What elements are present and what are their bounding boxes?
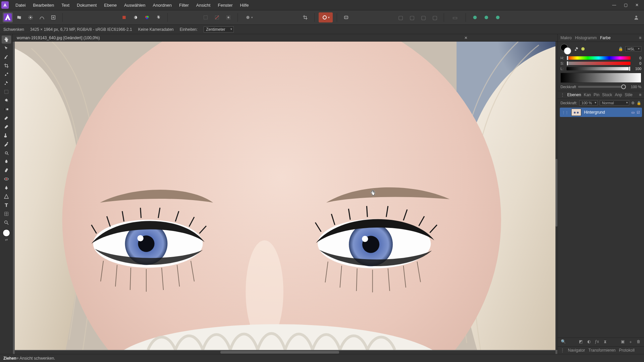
sync-1-icon[interactable] [470, 12, 480, 22]
adjust-layer-icon[interactable]: ◐ [586, 339, 592, 345]
menu-anordnen[interactable]: Anordnen [150, 1, 175, 9]
layer-item[interactable]: ⋮⋮ Hintergrund ▭ ☑ [560, 108, 642, 117]
flood-fill-icon[interactable] [2, 97, 11, 105]
persona-export-icon[interactable] [48, 12, 58, 22]
sync-3-icon[interactable] [493, 12, 503, 22]
gradient-tool-icon[interactable] [2, 105, 11, 113]
marquee-tool-icon[interactable] [2, 88, 11, 96]
pick-tool-icon[interactable] [2, 53, 11, 61]
eyedropper-icon[interactable] [574, 46, 579, 52]
tab-pinsel[interactable]: Pin [594, 93, 599, 97]
selection-brush-icon[interactable] [2, 70, 11, 78]
menu-hilfe[interactable]: Hilfe [237, 1, 252, 9]
menu-datei[interactable]: Datei [12, 1, 29, 9]
tab-farbe[interactable]: Farbe [600, 36, 610, 40]
crop-tool-icon[interactable] [300, 12, 310, 22]
fx-layer-icon[interactable]: ƒx [594, 339, 600, 345]
opacity-slider[interactable] [578, 86, 626, 88]
auto-contrast-icon[interactable] [130, 12, 141, 22]
recent-color-dot[interactable] [581, 47, 585, 51]
menu-dokument[interactable]: Dokument [73, 1, 100, 9]
stock-icon[interactable]: ▾ [319, 12, 333, 22]
deselect-icon[interactable] [212, 12, 222, 22]
color-mode-select[interactable]: HSL [625, 46, 641, 52]
mesh-warp-icon[interactable] [2, 210, 11, 218]
inpaint-brush-icon[interactable] [2, 140, 11, 148]
units-select[interactable]: Zentimeter [204, 26, 234, 33]
menu-text[interactable]: Text [58, 1, 73, 9]
auto-levels-icon[interactable] [119, 12, 129, 22]
hand-tool-icon[interactable] [2, 36, 11, 44]
menu-ebene[interactable]: Ebene [101, 1, 120, 9]
panel-menu-icon[interactable]: ≡ [639, 36, 641, 40]
minimize-button[interactable]: — [608, 1, 620, 9]
tab-stile[interactable]: Stile [625, 93, 632, 97]
healing-brush-icon[interactable] [2, 166, 11, 174]
menu-bearbeiten[interactable]: Bearbeiten [30, 1, 57, 9]
auto-whitebalance-icon[interactable] [153, 12, 163, 22]
burn-tool-icon[interactable] [2, 158, 11, 166]
layer-search-icon[interactable]: 🔍 [560, 339, 566, 345]
delete-layer-icon[interactable]: 🗑 [636, 339, 641, 345]
horizontal-scrollbar[interactable] [15, 351, 555, 354]
erase-brush-icon[interactable] [2, 123, 11, 131]
layer-link-icon[interactable]: ▭ [631, 110, 635, 115]
menu-ansicht[interactable]: Ansicht [193, 1, 214, 9]
account-icon[interactable] [631, 12, 641, 22]
lock-color-icon[interactable]: 🔒 [618, 47, 623, 51]
blend-mode-select[interactable]: Normal [600, 100, 629, 106]
maximize-button[interactable]: ▢ [620, 1, 631, 9]
fg-bg-swatch-icon[interactable] [560, 44, 572, 54]
select-all-icon[interactable] [201, 12, 211, 22]
layer-lock-icon[interactable]: 🔒 [637, 101, 641, 105]
layer-opacity-select[interactable]: 100 % [579, 100, 598, 106]
vertical-scrollbar[interactable] [555, 42, 557, 350]
layer-fx-icon[interactable]: ⚙ [631, 101, 635, 105]
sat-slider[interactable] [567, 62, 631, 65]
persona-liquify-icon[interactable] [14, 12, 24, 22]
crop-tool2-icon[interactable] [2, 62, 11, 70]
document-tab[interactable]: woman-1919143_640.jpg [Geändert] (100,0%… [15, 35, 102, 41]
clone-brush-icon[interactable] [2, 131, 11, 139]
menu-auswaehlen[interactable]: Auswählen [121, 1, 149, 9]
live-filter-icon[interactable]: ⧗ [602, 339, 608, 345]
flood-select-icon[interactable] [2, 79, 11, 87]
sync-2-icon[interactable] [481, 12, 491, 22]
text-tool-icon[interactable] [2, 201, 11, 209]
shape-tool-icon[interactable] [2, 192, 11, 200]
canvas[interactable] [15, 42, 555, 350]
menu-fenster[interactable]: Fenster [214, 1, 236, 9]
pen-tool-icon[interactable] [2, 184, 11, 192]
layers-menu-icon[interactable]: ≡ [639, 93, 641, 97]
auto-colors-icon[interactable] [142, 12, 152, 22]
tab-ebenen[interactable]: Ebenen [567, 93, 581, 97]
add-layer-icon[interactable]: ＋ [628, 339, 633, 345]
invert-selection-icon[interactable] [223, 12, 233, 22]
group-layer-icon[interactable]: ▣ [620, 339, 625, 345]
quickmask-icon[interactable]: ▾ [242, 12, 256, 22]
close-tab-icon[interactable]: ✕ [464, 36, 468, 40]
mask-layer-icon[interactable]: ◩ [578, 339, 584, 345]
move-tool-icon[interactable] [2, 44, 11, 52]
tab-kanaele[interactable]: Kan [584, 93, 591, 97]
lig-slider[interactable] [567, 67, 631, 70]
nav-drag-icon[interactable]: ⋮ [560, 348, 565, 353]
tab-histogramm[interactable]: Histogramm [575, 36, 597, 40]
tab-makro[interactable]: Makro [560, 36, 572, 40]
swap-colors-icon[interactable]: ⇄ [2, 237, 11, 242]
persona-tonemap-icon[interactable] [37, 12, 47, 22]
layer-drag-icon[interactable]: ⋮⋮ [562, 111, 569, 114]
hue-slider[interactable] [567, 56, 631, 60]
tab-transformieren[interactable]: Transformieren [588, 348, 615, 353]
tab-navigator[interactable]: Navigator [568, 348, 585, 353]
color-swatch-icon[interactable] [3, 229, 10, 237]
layer-visible-icon[interactable]: ☑ [637, 110, 640, 115]
tab-anpassung[interactable]: Anp [615, 93, 622, 97]
persona-photo-icon[interactable] [3, 12, 13, 22]
close-button[interactable]: ✕ [631, 1, 643, 9]
persona-develop-icon[interactable] [25, 12, 36, 22]
assistant-icon[interactable] [341, 12, 351, 22]
menu-filter[interactable]: Filter [176, 1, 192, 9]
tab-stock[interactable]: Stock [602, 93, 612, 97]
paint-brush-icon[interactable] [2, 114, 11, 122]
